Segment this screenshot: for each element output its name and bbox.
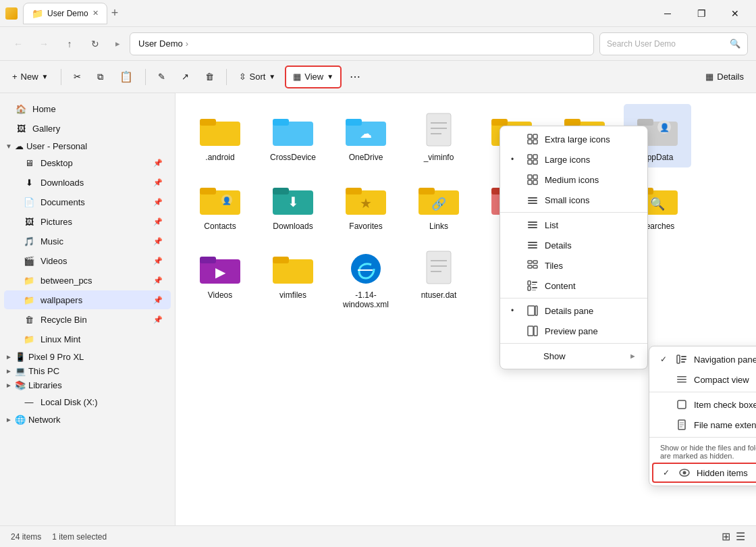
pin-icon-videos: 📌 xyxy=(153,257,163,265)
svg-rect-78 xyxy=(532,284,536,285)
list-view-button[interactable]: ☰ xyxy=(736,530,745,543)
sidebar-item-gallery[interactable]: 🖼 Gallery xyxy=(4,119,171,138)
compact-view-icon xyxy=(676,374,687,385)
new-tab-button[interactable]: + xyxy=(111,6,119,20)
minimize-button[interactable]: ─ xyxy=(652,3,683,24)
forward-button[interactable]: → xyxy=(34,34,54,54)
sidebar-item-local-disk[interactable]: — Local Disk (X:) xyxy=(4,392,171,411)
sidebar-item-videos[interactable]: 🎬 Videos 📌 xyxy=(4,251,171,270)
menu-medium-icons[interactable]: Medium icons xyxy=(500,170,647,190)
delete-icon: 🗑 xyxy=(205,72,214,82)
sidebar-item-pictures[interactable]: 🖼 Pictures 📌 xyxy=(4,212,171,231)
menu-hidden-items[interactable]: ✓ Hidden items xyxy=(652,463,756,483)
grid-view-button[interactable]: ⊞ xyxy=(722,530,730,543)
small-icons-icon xyxy=(527,194,538,205)
up-button[interactable]: ↑ xyxy=(59,34,80,54)
folder-crossdevice[interactable]: CrossDevice xyxy=(259,104,327,167)
sidebar-item-home[interactable]: 🏠 Home xyxy=(4,99,171,118)
menu-list[interactable]: List xyxy=(500,215,647,235)
breadcrumb[interactable]: User Demo › xyxy=(130,32,594,55)
details-button[interactable]: ▦ Details xyxy=(699,68,751,85)
sidebar-item-music[interactable]: 🎵 Music 📌 xyxy=(4,232,171,251)
svg-rect-88 xyxy=(681,359,686,360)
menu-preview-pane[interactable]: Preview pane xyxy=(500,321,647,341)
folder-onedrive[interactable]: ☁ OneDrive xyxy=(332,104,400,167)
sidebar-section-libraries[interactable]: ► 📚 Libraries xyxy=(0,377,175,392)
back-button[interactable]: ← xyxy=(8,34,28,54)
file-edge[interactable]: -1.14-windows.xml xyxy=(332,242,400,315)
folder-contacts-icon: 👤 xyxy=(196,178,244,219)
sidebar-item-linux-mint[interactable]: 📁 Linux Mint xyxy=(4,330,171,348)
sidebar-item-documents[interactable]: 📄 Documents 📌 xyxy=(4,192,171,211)
home-icon: 🏠 xyxy=(15,103,27,115)
copy-button[interactable]: ⧉ xyxy=(90,66,110,88)
sidebar-label-thispc: This PC xyxy=(28,366,59,376)
folder-contacts-label: Contacts xyxy=(204,222,236,231)
file-viminfo[interactable]: _viminfo xyxy=(405,104,473,167)
search-box[interactable]: Search User Demo 🔍 xyxy=(599,32,748,55)
folder-favorites[interactable]: ★ Favorites xyxy=(332,173,400,236)
refresh-button[interactable]: ↻ xyxy=(85,34,105,54)
folder-vimfiles-label: vimfiles xyxy=(279,290,306,300)
cut-button[interactable]: ✂ xyxy=(67,66,88,88)
svg-rect-82 xyxy=(528,306,535,315)
sidebar-item-desktop[interactable]: 🖥 Desktop 📌 xyxy=(4,153,171,172)
svg-point-99 xyxy=(683,471,686,475)
active-tab[interactable]: 📁 User Demo ✕ xyxy=(23,3,107,24)
menu-show[interactable]: Show ► ✓ Navigation pane xyxy=(500,346,647,366)
folder-links[interactable]: 🔗 Links xyxy=(405,173,473,236)
menu-nav-pane[interactable]: ✓ Navigation pane xyxy=(649,349,756,369)
menu-large-icons[interactable]: • Large icons xyxy=(500,149,647,170)
hidden-items-icon xyxy=(679,467,690,478)
menu-small-icons[interactable]: Small icons xyxy=(500,190,647,210)
folder-downloads[interactable]: ⬇ Downloads xyxy=(259,173,327,236)
folder-vimfiles[interactable]: vimfiles xyxy=(259,242,327,315)
item-checkboxes-label: Item check boxes xyxy=(694,400,756,410)
tab-close-button[interactable]: ✕ xyxy=(92,9,99,18)
sort-button[interactable]: ⇳ Sort ▼ xyxy=(232,66,283,88)
menu-content[interactable]: Content xyxy=(500,276,647,296)
sidebar-section-network[interactable]: ► 🌐 Network xyxy=(0,412,175,426)
delete-button[interactable]: 🗑 xyxy=(198,66,221,88)
separator-1 xyxy=(61,69,61,85)
extra-large-label: Extra large icons xyxy=(545,134,610,145)
share-button[interactable]: ↗ xyxy=(175,66,196,88)
menu-details-pane[interactable]: • Details pane xyxy=(500,301,647,321)
check-nav-pane: ✓ xyxy=(660,355,670,364)
folder-onedrive-label: OneDrive xyxy=(349,153,383,162)
svg-text:★: ★ xyxy=(360,196,372,211)
more-button[interactable]: ⋯ xyxy=(344,66,367,88)
sidebar-section-user[interactable]: ▼ ☁ User - Personal xyxy=(0,138,175,153)
menu-tiles[interactable]: Tiles xyxy=(500,255,647,276)
close-button[interactable]: ✕ xyxy=(720,3,751,24)
sidebar-item-wallpapers[interactable]: 📁 wallpapers 📌 xyxy=(4,290,171,309)
new-button[interactable]: + New ▼ xyxy=(5,66,55,88)
folder-videos[interactable]: ▶ Videos xyxy=(186,242,254,315)
maximize-button[interactable]: ❐ xyxy=(686,3,717,24)
rename-button[interactable]: ✎ xyxy=(151,66,172,88)
menu-compact-view[interactable]: Compact view xyxy=(649,369,756,390)
pin-icon-recycle-bin: 📌 xyxy=(153,315,163,324)
paste-button[interactable]: 📋 xyxy=(113,66,140,88)
svg-rect-45 xyxy=(273,257,289,263)
menu-file-extensions[interactable]: File name extensions xyxy=(649,415,756,435)
menu-extra-large-icons[interactable]: Extra large icons xyxy=(500,129,647,149)
folder-android[interactable]: .android xyxy=(186,104,254,167)
pixel-icon: 📱 xyxy=(15,352,26,362)
file-edge-label: -1.14-windows.xml xyxy=(335,290,397,309)
sidebar-item-recycle-bin[interactable]: 🗑 Recycle Bin 📌 xyxy=(4,310,171,329)
folder-contacts[interactable]: 👤 Contacts xyxy=(186,173,254,236)
sidebar-item-downloads[interactable]: ⬇ Downloads 📌 xyxy=(4,173,171,192)
videos-icon: 🎬 xyxy=(23,255,35,267)
sidebar-section-thispc[interactable]: ► 💻 This PC xyxy=(0,363,175,377)
content-icon xyxy=(527,280,538,291)
view-button[interactable]: ▦ View ▼ xyxy=(285,66,342,88)
sidebar-section-pixel[interactable]: ► 📱 Pixel 9 Pro XL xyxy=(0,349,175,363)
sidebar-label-videos: Videos xyxy=(40,256,68,266)
menu-details[interactable]: Details xyxy=(500,235,647,255)
sidebar-item-between-pcs[interactable]: 📁 between_pcs 📌 xyxy=(4,271,171,290)
file-ntuser[interactable]: ntuser.dat xyxy=(405,242,473,315)
menu-item-checkboxes[interactable]: Item check boxes xyxy=(649,394,756,415)
svg-rect-91 xyxy=(677,379,686,380)
details-label: Details xyxy=(717,72,744,82)
